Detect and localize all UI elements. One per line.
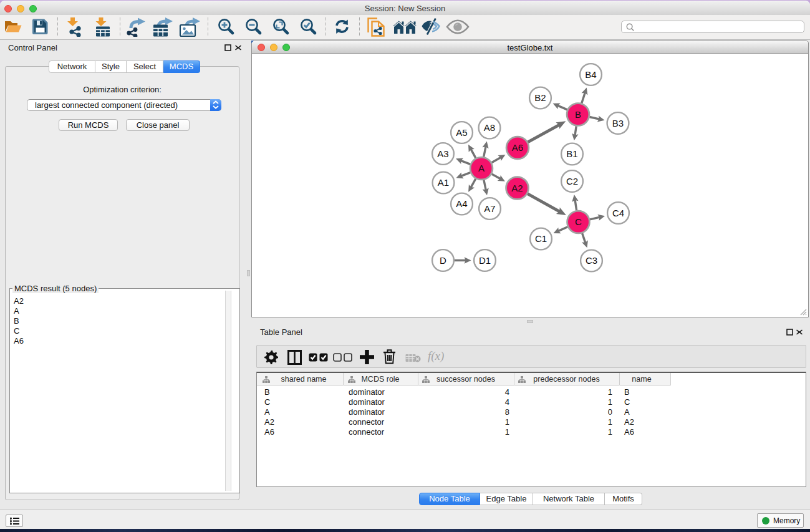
svg-text:C3: C3: [586, 255, 597, 266]
svg-text:A5: A5: [456, 127, 467, 138]
svg-text:C4: C4: [612, 208, 624, 218]
svg-text:B2: B2: [534, 92, 546, 103]
svg-text:B: B: [575, 109, 581, 120]
svg-text:B3: B3: [612, 118, 624, 128]
svg-text:A1: A1: [438, 177, 449, 188]
svg-text:A8: A8: [484, 122, 495, 133]
svg-text:A3: A3: [437, 148, 448, 159]
svg-text:A: A: [478, 163, 485, 173]
svg-text:D: D: [440, 255, 446, 266]
svg-text:A4: A4: [456, 198, 467, 209]
svg-text:C2: C2: [566, 176, 578, 186]
svg-text:A2: A2: [511, 183, 523, 193]
svg-text:C: C: [575, 216, 582, 227]
svg-text:B4: B4: [585, 69, 596, 80]
svg-text:A6: A6: [512, 142, 523, 153]
svg-text:A7: A7: [484, 203, 495, 214]
svg-text:C1: C1: [535, 233, 547, 244]
svg-text:B1: B1: [566, 148, 577, 159]
svg-text:D1: D1: [479, 255, 491, 266]
